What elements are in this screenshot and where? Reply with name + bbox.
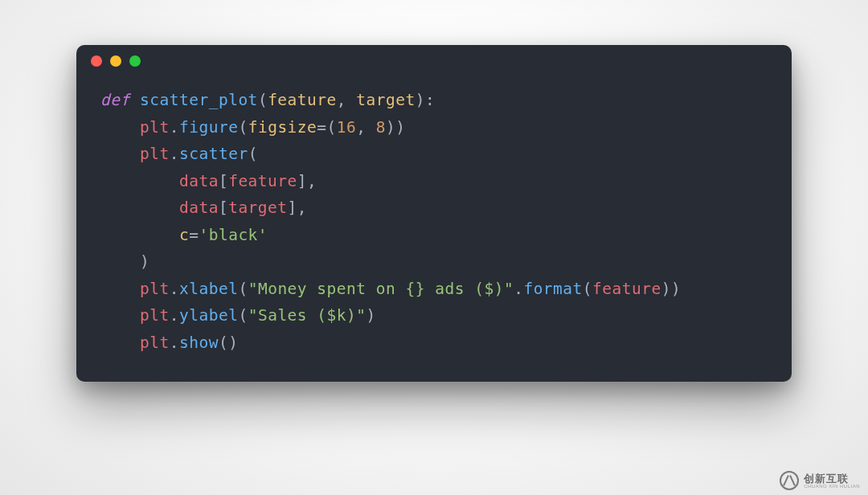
figsize-kw: figsize <box>248 118 317 137</box>
code-window: def scatter_plot(feature, target): plt.f… <box>76 45 792 382</box>
figsize-height: 8 <box>376 118 386 137</box>
data-object: data <box>179 172 219 190</box>
watermark-text: 创新互联 <box>804 473 860 484</box>
plt-object: plt <box>140 280 170 298</box>
index-feature: feature <box>228 172 297 190</box>
xlabel-string: "Money spent on {} ads ($)" <box>248 280 514 298</box>
stage: def scatter_plot(feature, target): plt.f… <box>0 0 868 495</box>
watermark: 创新互联 CHUANG XIN HULIAN <box>780 471 860 490</box>
plt-object: plt <box>140 145 170 163</box>
plt-object: plt <box>140 333 170 352</box>
zoom-icon[interactable] <box>129 55 141 67</box>
figure-call: figure <box>179 118 238 137</box>
code-block: def scatter_plot(feature, target): plt.f… <box>76 77 792 382</box>
param-feature: feature <box>268 91 337 109</box>
format-arg: feature <box>592 280 661 298</box>
function-name: scatter_plot <box>140 91 258 109</box>
c-kw: c <box>179 226 189 244</box>
watermark-subtext: CHUANG XIN HULIAN <box>804 484 860 489</box>
plt-object: plt <box>140 118 170 137</box>
watermark-logo-icon <box>780 471 799 490</box>
minimize-icon[interactable] <box>110 55 121 67</box>
window-titlebar <box>76 45 792 77</box>
c-value: 'black' <box>199 226 268 244</box>
scatter-call: scatter <box>179 145 248 163</box>
show-call: show <box>179 333 219 352</box>
figsize-width: 16 <box>337 118 356 137</box>
data-object: data <box>179 198 219 217</box>
xlabel-call: xlabel <box>179 280 238 298</box>
param-target: target <box>356 91 415 109</box>
index-target: target <box>228 198 287 217</box>
ylabel-call: ylabel <box>179 306 238 325</box>
keyword-def: def <box>100 91 130 109</box>
format-call: format <box>523 280 582 298</box>
plt-object: plt <box>140 306 170 325</box>
ylabel-string: "Sales ($k)" <box>248 306 366 325</box>
close-icon[interactable] <box>91 55 102 67</box>
